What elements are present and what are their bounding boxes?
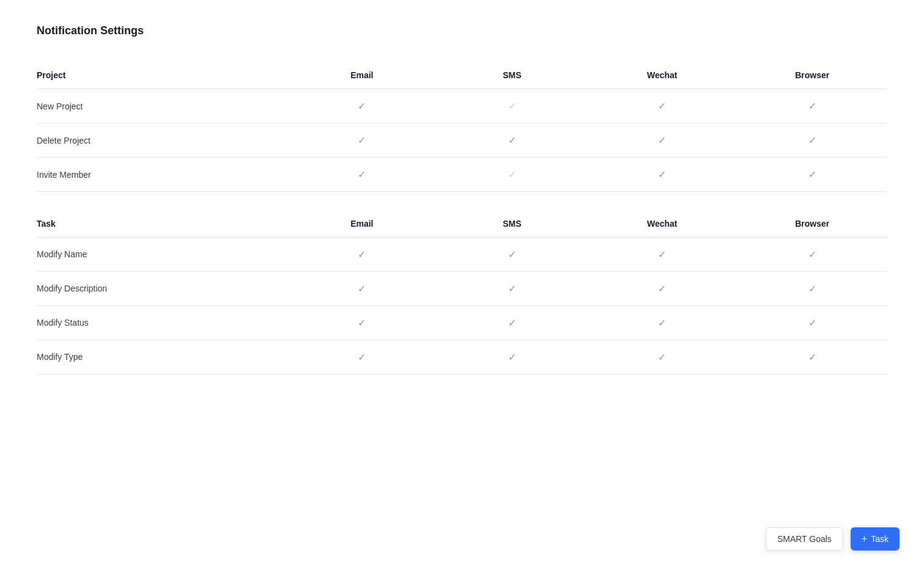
delete-project-sms-check[interactable]: ✓ [437,123,587,158]
modify-desc-wechat-check[interactable]: ✓ [587,271,737,306]
project-row-delete-project: Delete Project ✓ ✓ ✓ ✓ [37,123,887,158]
task-email-header: Email [287,210,437,238]
add-task-label: Task [871,534,889,544]
modify-desc-browser-check[interactable]: ✓ [737,271,887,306]
task-sms-header: SMS [437,210,587,238]
new-project-wechat-check[interactable]: ✓ [587,89,737,123]
checkmark-icon: ✓ [358,169,366,180]
modify-name-email-check[interactable]: ✓ [287,237,437,271]
checkmark-icon: ✓ [658,169,666,180]
task-wechat-header: Wechat [587,210,737,238]
smart-goals-button[interactable]: SMART Goals [766,527,843,551]
modify-type-wechat-check[interactable]: ✓ [587,340,737,374]
new-project-email-check[interactable]: ✓ [287,89,437,123]
project-sms-header: SMS [437,62,587,89]
checkmark-icon: ✓ [358,351,366,363]
project-section-header: Project Email SMS Wechat Browser [37,62,887,89]
checkmark-icon: ✓ [658,249,666,260]
invite-member-wechat-check[interactable]: ✓ [587,158,737,192]
checkmark-icon: ✓ [808,283,816,295]
page-container: Notification Settings Project Email SMS … [0,0,924,575]
checkmark-icon: ✓ [358,100,366,112]
task-row-label: Modify Type [37,340,287,374]
task-row-label: Modify Description [37,271,287,306]
project-row-invite-member: Invite Member ✓ ✓ ✓ ✓ [37,158,887,192]
invite-member-browser-check[interactable]: ✓ [737,158,887,192]
checkmark-icon: ✓ [658,134,666,146]
checkmark-icon: ✓ [508,283,516,295]
task-col-header: Task [37,210,287,238]
checkmark-icon: ✓ [358,283,366,295]
task-row-modify-type: Modify Type ✓ ✓ ✓ ✓ [37,340,887,374]
invite-member-sms-check[interactable]: ✓ [437,158,587,192]
modify-type-sms-check[interactable]: ✓ [437,340,587,374]
checkmark-icon: ✓ [808,351,816,363]
checkmark-icon: ✓ [658,100,666,112]
project-col-header: Project [37,62,287,89]
new-project-browser-check[interactable]: ✓ [737,89,887,123]
checkmark-icon: ✓ [358,317,366,329]
checkmark-icon: ✓ [658,351,666,363]
notification-table: Project Email SMS Wechat Browser New Pro… [37,62,887,375]
plus-icon: + [862,533,867,544]
modify-desc-email-check[interactable]: ✓ [287,271,437,306]
checkmark-icon: ✓ [808,249,816,260]
project-row-label: Delete Project [37,123,287,158]
modify-status-wechat-check[interactable]: ✓ [587,306,737,340]
checkmark-icon: ✓ [508,317,516,329]
modify-status-email-check[interactable]: ✓ [287,306,437,340]
project-row-label: New Project [37,89,287,123]
checkmark-icon: ✓ [508,169,516,180]
task-section-header: Task Email SMS Wechat Browser [37,210,887,238]
modify-name-browser-check[interactable]: ✓ [737,237,887,271]
modify-status-browser-check[interactable]: ✓ [737,306,887,340]
project-row-new-project: New Project ✓ ✓ ✓ ✓ [37,89,887,123]
modify-name-wechat-check[interactable]: ✓ [587,237,737,271]
delete-project-email-check[interactable]: ✓ [287,123,437,158]
checkmark-icon: ✓ [358,249,366,260]
task-browser-header: Browser [737,210,887,238]
task-row-label: Modify Name [37,237,287,271]
checkmark-icon: ✓ [358,134,366,146]
page-title: Notification Settings [37,24,887,37]
project-email-header: Email [287,62,437,89]
modify-type-email-check[interactable]: ✓ [287,340,437,374]
task-row-modify-description: Modify Description ✓ ✓ ✓ ✓ [37,271,887,306]
section-spacer [37,192,887,210]
checkmark-icon: ✓ [808,169,816,180]
delete-project-wechat-check[interactable]: ✓ [587,123,737,158]
checkmark-icon: ✓ [508,100,516,112]
modify-desc-sms-check[interactable]: ✓ [437,271,587,306]
checkmark-icon: ✓ [808,100,816,112]
task-row-modify-name: Modify Name ✓ ✓ ✓ ✓ [37,237,887,271]
checkmark-icon: ✓ [808,134,816,146]
floating-actions: SMART Goals + Task [766,527,900,551]
modify-status-sms-check[interactable]: ✓ [437,306,587,340]
project-browser-header: Browser [737,62,887,89]
checkmark-icon: ✓ [808,317,816,329]
checkmark-icon: ✓ [658,317,666,329]
new-project-sms-check[interactable]: ✓ [437,89,587,123]
modify-type-browser-check[interactable]: ✓ [737,340,887,374]
task-row-modify-status: Modify Status ✓ ✓ ✓ ✓ [37,306,887,340]
task-row-label: Modify Status [37,306,287,340]
add-task-button[interactable]: + Task [851,527,900,551]
project-wechat-header: Wechat [587,62,737,89]
checkmark-icon: ✓ [508,249,516,260]
modify-name-sms-check[interactable]: ✓ [437,237,587,271]
delete-project-browser-check[interactable]: ✓ [737,123,887,158]
invite-member-email-check[interactable]: ✓ [287,158,437,192]
project-row-label: Invite Member [37,158,287,192]
checkmark-icon: ✓ [658,283,666,295]
checkmark-icon: ✓ [508,134,516,146]
checkmark-icon: ✓ [508,351,516,363]
